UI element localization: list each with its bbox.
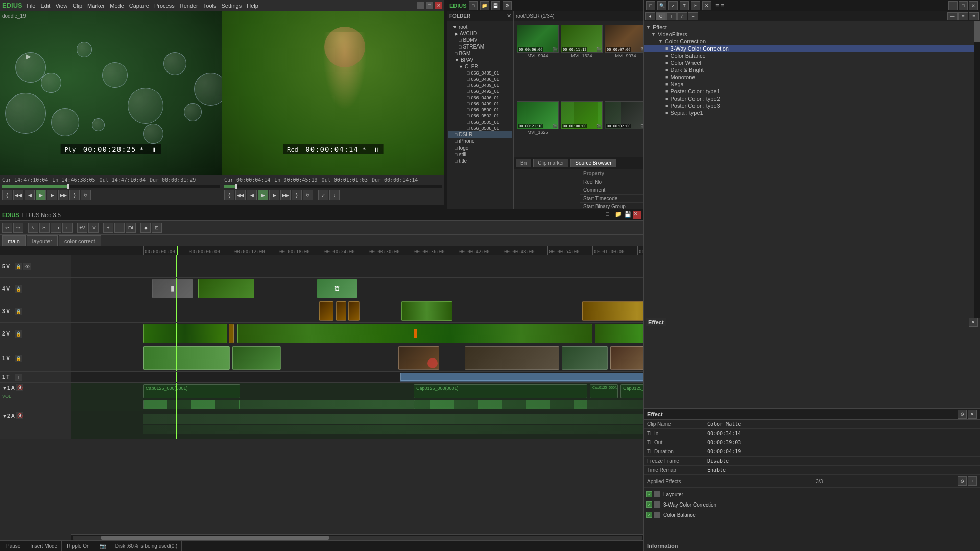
eff-item-videofilters[interactable]: ▼ VideoFilters bbox=[644, 31, 980, 38]
clip-2v-2[interactable] bbox=[229, 324, 234, 343]
menu-process[interactable]: Process bbox=[154, 3, 175, 9]
eff-tab-1[interactable]: ♦ bbox=[645, 12, 655, 20]
bin-tab-clip-marker[interactable]: Clip marker bbox=[533, 159, 568, 167]
folder-056-0486[interactable]: □056_0486_01 bbox=[448, 76, 512, 82]
next-frame-button[interactable]: ▶ bbox=[47, 190, 57, 200]
effect-settings-icon[interactable]: ⚙ bbox=[958, 410, 967, 419]
step-forward-button[interactable]: ▶▶ bbox=[58, 190, 68, 200]
ae-check-layouter[interactable]: ✓ bbox=[646, 491, 652, 497]
eff-item-poster3[interactable]: ■ Poster Color : type3 bbox=[644, 102, 980, 109]
menu-edit[interactable]: Edit bbox=[40, 3, 50, 9]
clip-3v-2[interactable] bbox=[336, 301, 346, 321]
effect-del-icon[interactable]: ✕ bbox=[968, 410, 977, 419]
track-1t-icon[interactable]: T bbox=[15, 374, 22, 381]
eff-tab-r1[interactable]: — bbox=[947, 12, 958, 20]
eff-item-3way[interactable]: ■ 3-Way Color Correction bbox=[644, 45, 980, 52]
menu-render[interactable]: Render bbox=[180, 3, 198, 9]
menu-tools[interactable]: Tools bbox=[203, 3, 217, 9]
tl-select-button[interactable]: ↖ bbox=[28, 223, 38, 233]
folder-056-0492[interactable]: □056_0492_01 bbox=[448, 88, 512, 94]
track-5v-eye[interactable]: 👁 bbox=[23, 263, 31, 270]
eff-item-colorcorrection[interactable]: ▼ Color Correction bbox=[644, 38, 980, 45]
tl-marker-button[interactable]: ◆ bbox=[140, 223, 151, 233]
clip-1v-4[interactable] bbox=[465, 346, 559, 370]
clip-1v-5[interactable] bbox=[562, 346, 608, 370]
rec-overwrite-button[interactable]: ↓ bbox=[329, 190, 340, 200]
folder-056-0496[interactable]: □056_0496_01 bbox=[448, 94, 512, 101]
eff-tab-r2[interactable]: ≡ bbox=[958, 12, 968, 20]
menu-clip[interactable]: Clip bbox=[73, 3, 82, 9]
tl-snap-button[interactable]: ⊡ bbox=[152, 223, 162, 233]
status-ripple[interactable]: Ripple On bbox=[63, 541, 94, 551]
track-1v-lock[interactable]: 🔒 bbox=[15, 355, 22, 362]
folder-dslr[interactable]: □DSLR bbox=[448, 131, 512, 138]
folder-056-0500[interactable]: □056_0500_01 bbox=[448, 107, 512, 113]
tl-zoom-in-button[interactable]: + bbox=[103, 223, 113, 233]
eff-tab-r3[interactable]: ≡ bbox=[969, 12, 979, 20]
tl-zoom-out-button[interactable]: - bbox=[114, 223, 125, 233]
scroll-thumb[interactable] bbox=[101, 536, 329, 540]
bin-tab-source-browser[interactable]: Source Browser bbox=[570, 159, 616, 167]
folder-iphone[interactable]: □iPhone bbox=[448, 138, 512, 145]
menu-settings[interactable]: Settings bbox=[221, 3, 242, 9]
menu-help[interactable]: Help bbox=[247, 3, 258, 9]
effect-tree-close[interactable]: ✕ bbox=[969, 318, 978, 327]
minimize-button[interactable]: _ bbox=[417, 2, 424, 9]
rec-step-forward-button[interactable]: ▶▶ bbox=[280, 190, 291, 200]
tl-fit-button[interactable]: Fit bbox=[126, 223, 136, 233]
asset-open-btn[interactable]: 📁 bbox=[480, 1, 489, 10]
clip-1v-3[interactable] bbox=[398, 346, 439, 370]
menu-view[interactable]: View bbox=[55, 3, 67, 9]
clip-1t-1[interactable] bbox=[400, 373, 643, 381]
mark-out-button[interactable]: } bbox=[69, 190, 80, 200]
clip-3v-3[interactable] bbox=[348, 301, 360, 321]
audio-clip-1a-2[interactable]: Cap0125_000(0001) bbox=[414, 384, 587, 398]
information-button[interactable]: Information bbox=[647, 543, 678, 549]
tl-del-track-button[interactable]: -V bbox=[88, 223, 99, 233]
menu-marker[interactable]: Marker bbox=[87, 3, 105, 9]
mark-in-button[interactable]: { bbox=[2, 190, 12, 200]
folder-title[interactable]: □title bbox=[448, 158, 512, 164]
maximize-button[interactable]: □ bbox=[426, 2, 433, 9]
asset-new-btn[interactable]: □ bbox=[469, 1, 478, 10]
ae-settings-btn[interactable]: ⚙ bbox=[958, 476, 967, 486]
track-2v-lock[interactable]: 🔒 bbox=[15, 330, 22, 338]
effect-tree-scrollbar[interactable] bbox=[974, 21, 980, 318]
eff-item-effect[interactable]: ▼ Effect bbox=[644, 23, 980, 31]
folder-bdmv[interactable]: □BDMV bbox=[448, 37, 512, 43]
rec-step-back-button[interactable]: ◀◀ bbox=[235, 190, 246, 200]
clip-3v-1[interactable] bbox=[319, 301, 333, 321]
source-scrubber[interactable] bbox=[2, 185, 220, 188]
eff-item-poster1[interactable]: ■ Poster Color : type1 bbox=[644, 88, 980, 95]
bin-item-mvi9074[interactable]: 00:00:07:06 🎬 MVI_9074 bbox=[605, 25, 647, 99]
clip-1v-2[interactable] bbox=[232, 346, 281, 370]
status-pause[interactable]: Pause bbox=[2, 541, 25, 551]
folder-logo[interactable]: □logo bbox=[448, 145, 512, 151]
clip-2v-4[interactable] bbox=[595, 324, 643, 343]
tl-add-track-button[interactable]: +V bbox=[77, 223, 87, 233]
bin-tab-bn[interactable]: Bn bbox=[516, 159, 531, 167]
eff-item-darkbright[interactable]: ■ Dark & Bright bbox=[644, 66, 980, 74]
folder-bgm[interactable]: □BGM bbox=[448, 50, 512, 57]
tab-color-correct[interactable]: color correct bbox=[59, 235, 101, 246]
clip-1v-1[interactable] bbox=[143, 346, 230, 370]
tl-save-button[interactable]: 💾 bbox=[624, 211, 632, 219]
eff-tab-5[interactable]: F bbox=[688, 12, 698, 20]
ae-check-3way[interactable]: ✓ bbox=[646, 501, 652, 508]
asset-save-btn[interactable]: 💾 bbox=[491, 1, 500, 10]
rec-play-button[interactable]: ▶ bbox=[258, 190, 268, 200]
prev-frame-button[interactable]: ◀ bbox=[25, 190, 35, 200]
track-2a-mute[interactable]: 🔇 bbox=[16, 412, 23, 419]
step-back-button[interactable]: ◀◀ bbox=[13, 190, 23, 200]
clip-2v-3[interactable] bbox=[237, 324, 592, 343]
rec-insert-button[interactable]: ↙ bbox=[318, 190, 328, 200]
tl-slip-button[interactable]: ↔ bbox=[62, 223, 73, 233]
track-4v-lock[interactable]: 🔒 bbox=[15, 285, 22, 293]
ae-check-colorbalance[interactable]: ✓ bbox=[646, 512, 652, 518]
eff-item-monotone[interactable]: ■ Monotone bbox=[644, 74, 980, 81]
menu-file[interactable]: File bbox=[27, 3, 36, 9]
eff-item-sepia[interactable]: ■ Sepia : type1 bbox=[644, 109, 980, 116]
scroll-track[interactable] bbox=[73, 536, 642, 540]
tl-new-button[interactable]: □ bbox=[606, 211, 614, 219]
tl-open-button[interactable]: 📁 bbox=[615, 211, 623, 219]
